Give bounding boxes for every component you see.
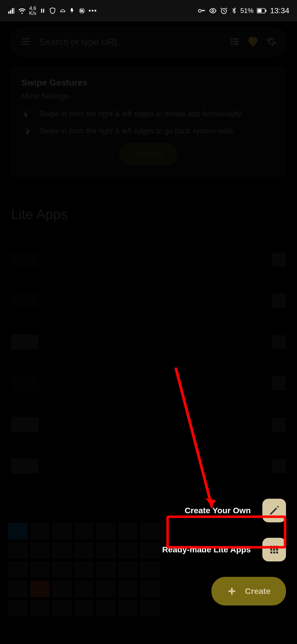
alarm-icon — [220, 7, 228, 15]
search-bar[interactable]: Search or type URL — [9, 27, 288, 57]
more-icon: ••• — [89, 7, 97, 15]
shield-icon — [49, 7, 56, 14]
gesture-row-2: Swipe in from the right & left edges to … — [39, 127, 234, 135]
svg-rect-14 — [270, 546, 272, 548]
eye-icon — [209, 7, 217, 15]
signal-4g-icon — [8, 7, 15, 14]
svg-rect-16 — [276, 546, 278, 548]
fab-create-button[interactable]: Create — [211, 577, 286, 605]
svg-rect-7 — [265, 10, 266, 12]
card-subtitle: More Settings — [21, 92, 276, 100]
swipe-left-icon — [21, 126, 32, 136]
list-item[interactable] — [0, 239, 297, 280]
svg-rect-19 — [276, 549, 278, 551]
search-placeholder: Search or type URL — [40, 37, 221, 47]
wifi-icon — [18, 7, 26, 15]
list-item[interactable] — [0, 321, 297, 363]
svg-rect-17 — [270, 549, 272, 551]
change-button[interactable]: Change — [119, 143, 178, 165]
fab-main-label: Create — [245, 586, 271, 596]
svg-rect-8 — [231, 38, 233, 40]
swipe-gestures-card: Swipe Gestures More Settings Swipe in fr… — [10, 66, 287, 179]
svg-rect-10 — [231, 41, 233, 42]
pencil-icon[interactable] — [262, 499, 286, 522]
clock-time: 13:34 — [270, 6, 289, 15]
premium-diamond-icon[interactable] — [248, 37, 258, 47]
fab-menu: Create Your Own Ready-made Lite Apps Cre… — [162, 499, 286, 605]
bolt-icon — [69, 8, 75, 14]
hamburger-menu-icon[interactable] — [20, 36, 31, 48]
svg-rect-18 — [273, 549, 275, 551]
svg-point-3 — [212, 10, 214, 12]
lite-apps-heading: Lite Apps — [11, 206, 297, 222]
list-item[interactable] — [0, 404, 297, 445]
status-bar: 4,6 K/s 51 ••• 51% — [0, 0, 297, 21]
svg-rect-6 — [258, 9, 262, 12]
redacted-mosaic — [8, 523, 160, 611]
badge-icon: 51 — [79, 7, 85, 14]
fab-option-create-own[interactable]: Create Your Own — [185, 499, 286, 522]
battery-icon — [257, 8, 267, 13]
list-item[interactable] — [0, 363, 297, 404]
svg-rect-9 — [234, 38, 238, 40]
svg-rect-20 — [270, 552, 272, 553]
plus-icon — [227, 586, 237, 596]
half-circle-icon — [59, 7, 66, 14]
network-speed: 4,6 K/s — [29, 6, 36, 16]
svg-point-2 — [199, 9, 201, 12]
list-item[interactable] — [0, 445, 297, 487]
gesture-row-1: Swipe in from the right & left edges to … — [39, 110, 242, 118]
bluetooth-icon — [231, 8, 237, 14]
svg-rect-21 — [273, 552, 275, 553]
settings-gear-icon[interactable] — [266, 36, 277, 48]
list-view-icon[interactable] — [229, 36, 240, 48]
svg-rect-22 — [276, 552, 278, 553]
fab-option-ready-made[interactable]: Ready-made Lite Apps — [162, 538, 286, 561]
svg-rect-11 — [234, 41, 238, 42]
svg-text:51: 51 — [80, 9, 84, 12]
fab-option-label: Create Your Own — [185, 506, 251, 515]
svg-rect-15 — [273, 546, 275, 548]
svg-rect-13 — [234, 43, 238, 45]
fab-option-label: Ready-made Lite Apps — [162, 545, 251, 554]
svg-rect-12 — [231, 43, 233, 45]
battery-pct: 51% — [240, 7, 254, 15]
apps-grid-icon[interactable] — [262, 538, 286, 561]
card-title: Swipe Gestures — [21, 78, 276, 88]
list-item[interactable] — [0, 280, 297, 321]
swipe-right-icon — [21, 109, 32, 119]
pause-icon — [40, 8, 46, 14]
key-icon — [197, 7, 206, 15]
